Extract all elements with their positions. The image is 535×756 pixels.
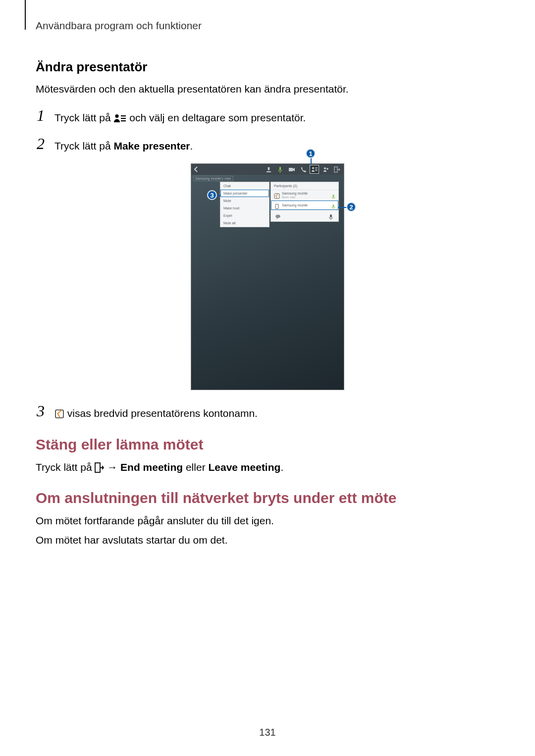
presenter-badge-icon: [54, 409, 64, 419]
svg-point-6: [312, 167, 314, 169]
svg-rect-19: [95, 463, 100, 472]
heading-change-presenter: Ändra presentatör: [36, 59, 499, 75]
step-number: 1: [36, 107, 46, 123]
step-number: 3: [36, 403, 46, 419]
text: Samsung mobile: [282, 192, 329, 196]
exit-door-icon: [95, 462, 104, 473]
text: .: [190, 140, 193, 151]
mic-status-icon: [331, 202, 335, 208]
context-menu: Chat Make presenter Mute Make host Expel…: [220, 182, 269, 227]
participants-list-icon: [113, 113, 126, 123]
text-bold: Leave meeting: [208, 461, 280, 473]
participants-icon[interactable]: [310, 165, 319, 174]
svg-rect-3: [121, 120, 126, 121]
participant-name: Samsung mobile: [282, 203, 329, 207]
text: eller: [183, 461, 208, 473]
text: visas bredvid presentatörens kontonamn.: [67, 407, 258, 419]
share-icon[interactable]: [264, 165, 273, 174]
step-1: 1 Tryck lätt på och välj en deltagare so…: [36, 107, 499, 125]
step-3: 3 visas bredvid presentatörens kontonamn…: [36, 403, 499, 421]
text: och välj en deltagare som presentatör.: [129, 112, 306, 123]
panel-title: Participants (2): [271, 182, 338, 190]
paragraph-disconnect-1: Om mötet fortfarande pågår ansluter du t…: [36, 513, 499, 528]
svg-rect-4: [279, 167, 281, 170]
svg-rect-5: [289, 168, 293, 171]
screenshot-figure: Samsung mobile's mee Chat Make presenter…: [191, 163, 344, 390]
text-bold: End meeting: [120, 461, 183, 473]
text: (host, me): [282, 196, 329, 199]
add-user-icon[interactable]: [321, 165, 330, 174]
running-head: Användbara program och funktioner: [36, 20, 499, 32]
callout-1: 1: [306, 149, 316, 158]
callout-2: 2: [346, 202, 356, 212]
svg-rect-2: [121, 118, 126, 119]
page: Användbara program och funktioner Ändra …: [0, 0, 535, 756]
device-icon: [274, 202, 280, 208]
participant-row[interactable]: Samsung mobile (host, me): [271, 190, 338, 200]
back-icon[interactable]: [191, 164, 201, 175]
step-body: visas bredvid presentatörens kontonamn.: [54, 403, 258, 421]
text: Samsung mobile: [282, 203, 329, 207]
participants-panel: Participants (2) Samsung mobile (host, m…: [270, 182, 339, 221]
heading-disconnect: Om anslutningen till nätverket bryts und…: [36, 490, 499, 506]
svg-rect-13: [333, 195, 334, 198]
phone-icon[interactable]: [298, 165, 308, 174]
left-rule: [25, 0, 26, 30]
text: →: [104, 461, 120, 473]
svg-rect-15: [333, 204, 334, 207]
mic-status-icon: [331, 193, 335, 198]
exit-icon[interactable]: [332, 165, 342, 174]
paragraph-close-meeting: Tryck lätt på → End meeting eller Leave …: [36, 460, 499, 475]
presenter-badge-icon: [274, 192, 280, 198]
menu-title[interactable]: Chat: [220, 182, 269, 190]
intro-change-presenter: Mötesvärden och den aktuella presentatör…: [36, 82, 499, 97]
svg-rect-8: [315, 169, 318, 169]
text: .: [280, 461, 283, 473]
step-body: Tryck lätt på och välj en deltagare som …: [54, 107, 306, 125]
menu-item-expel[interactable]: Expel: [220, 212, 269, 219]
svg-rect-1: [121, 115, 126, 116]
topbar-icons: [264, 165, 344, 174]
heading-close-meeting: Stäng eller lämna mötet: [36, 436, 499, 453]
menu-item-mute[interactable]: Mute: [220, 197, 269, 204]
text: Tryck lätt på: [54, 112, 113, 123]
svg-point-10: [324, 167, 326, 169]
step-2: 2 Tryck lätt på Make presenter.: [36, 136, 499, 153]
mic-toggle-icon[interactable]: [328, 213, 334, 219]
text-bold: Make presenter: [113, 140, 190, 151]
page-number: 131: [0, 727, 535, 738]
text: Tryck lätt på: [36, 461, 95, 473]
svg-rect-7: [315, 167, 318, 168]
participant-name: Samsung mobile (host, me): [282, 192, 329, 199]
step-body: Tryck lätt på Make presenter.: [54, 136, 193, 153]
svg-point-0: [115, 114, 119, 118]
mic-icon[interactable]: [275, 165, 285, 174]
meeting-title-crumb: Samsung mobile's mee: [193, 176, 233, 181]
paragraph-disconnect-2: Om mötet har avslutats startar du om det…: [36, 533, 499, 548]
svg-rect-17: [330, 214, 332, 218]
svg-rect-11: [334, 167, 337, 172]
video-icon[interactable]: [287, 165, 296, 174]
chat-icon[interactable]: [275, 213, 281, 219]
menu-item-make-host[interactable]: Make host: [220, 204, 269, 212]
panel-footer: [271, 210, 338, 221]
step-number: 2: [36, 136, 46, 151]
svg-rect-14: [275, 204, 278, 208]
participant-row[interactable]: Samsung mobile: [271, 201, 338, 210]
svg-rect-9: [315, 170, 318, 171]
menu-item-make-presenter[interactable]: Make presenter: [220, 190, 269, 197]
svg-point-16: [275, 214, 280, 218]
text: Tryck lätt på: [54, 140, 113, 151]
app-topbar: [191, 164, 344, 175]
menu-item-mute-all[interactable]: Mute all: [220, 219, 269, 227]
